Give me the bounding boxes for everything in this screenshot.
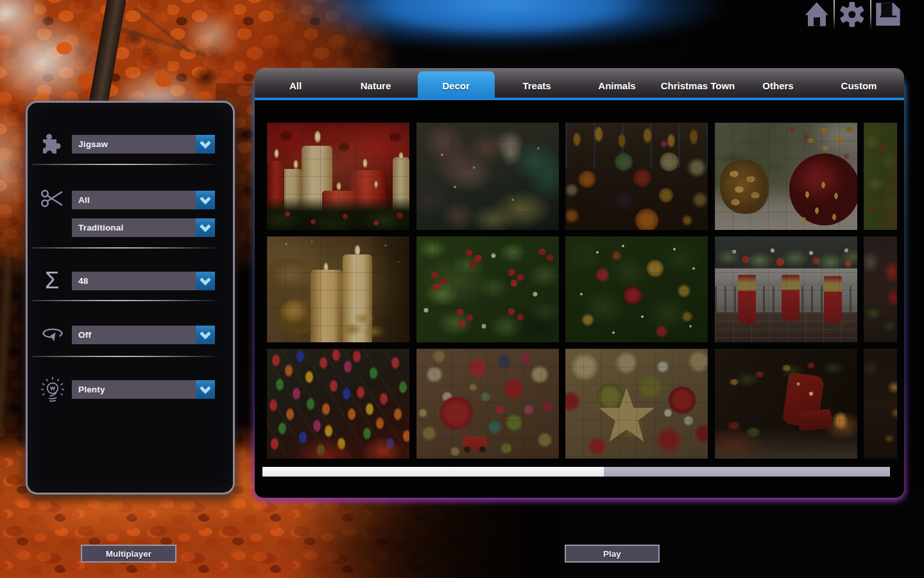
svg-text:Σ: Σ	[45, 267, 59, 293]
